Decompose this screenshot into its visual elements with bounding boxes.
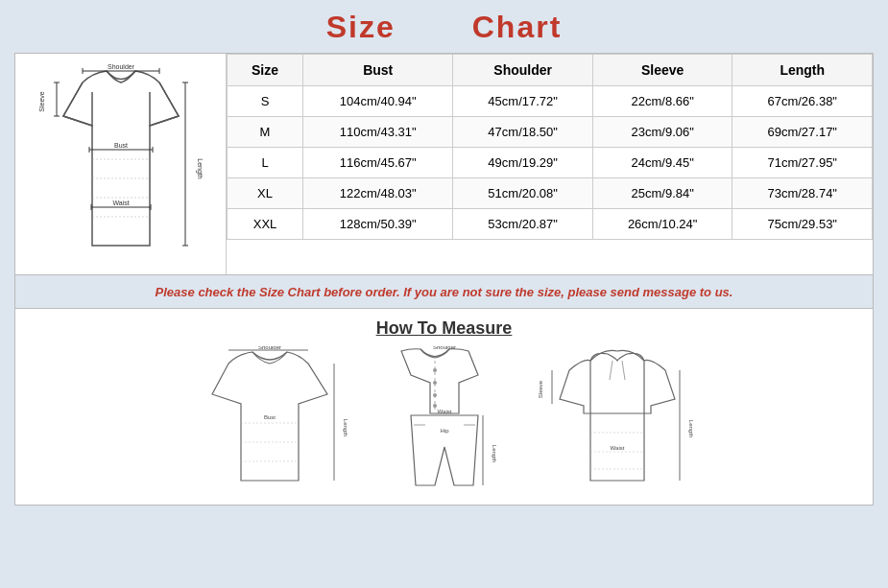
cell-length: 75cm/29.53" <box>732 209 873 240</box>
page-container: Size Chart <box>0 0 888 588</box>
svg-text:Shoulder: Shoulder <box>257 346 280 350</box>
title-row: Size Chart <box>14 10 874 45</box>
col-header-size: Size <box>228 55 303 86</box>
svg-text:Hip: Hip <box>440 428 449 434</box>
diagram-section: Shoulder Bust Waist Sleeve <box>15 54 227 274</box>
svg-text:Sleeve: Sleeve <box>538 380 543 398</box>
measure-images: Shoulder Bust Length <box>25 346 863 495</box>
table-header-row: Size Bust Shoulder Sleeve Length <box>228 55 873 86</box>
svg-text:Length: Length <box>492 445 497 462</box>
table-row: S104cm/40.94"45cm/17.72"22cm/8.66"67cm/2… <box>228 86 873 117</box>
cell-size: XXL <box>228 209 303 240</box>
svg-line-47 <box>610 361 612 380</box>
col-header-bust: Bust <box>303 55 453 86</box>
notice-bar: Please check the Size Chart before order… <box>14 275 874 309</box>
cell-shoulder: 47cm/18.50" <box>453 117 593 148</box>
svg-text:Length: Length <box>688 420 694 437</box>
cell-bust: 122cm/48.03" <box>303 178 453 209</box>
cell-sleeve: 23cm/9.06" <box>592 117 732 148</box>
measure-section: How To Measure Shoulder Bust <box>14 309 874 506</box>
cell-size: M <box>228 117 303 148</box>
svg-text:Shoulder: Shoulder <box>107 63 134 70</box>
cell-length: 71cm/27.95" <box>732 148 873 178</box>
cell-shoulder: 53cm/20.87" <box>453 209 593 240</box>
svg-text:Waist: Waist <box>437 409 451 414</box>
cell-bust: 128cm/50.39" <box>303 209 453 240</box>
svg-text:Sleeve: Sleeve <box>38 91 45 112</box>
table-row: XXL128cm/50.39"53cm/20.87"26cm/10.24"75c… <box>228 209 873 240</box>
cell-length: 69cm/27.17" <box>732 117 873 148</box>
cell-shoulder: 49cm/19.29" <box>453 148 593 178</box>
notice-text: Please check the Size Chart before order… <box>156 285 733 299</box>
svg-point-33 <box>433 368 437 372</box>
cell-size: L <box>228 148 303 178</box>
svg-text:Length: Length <box>196 158 204 179</box>
cell-bust: 110cm/43.31" <box>303 117 453 148</box>
svg-text:Bust: Bust <box>263 414 275 420</box>
title-size: Size <box>326 10 396 45</box>
main-section: Shoulder Bust Waist Sleeve <box>14 53 874 275</box>
cell-bust: 116cm/45.67" <box>303 148 453 178</box>
table-row: XL122cm/48.03"51cm/20.08"25cm/9.84"73cm/… <box>228 178 873 209</box>
cell-sleeve: 26cm/10.24" <box>592 209 732 240</box>
measure-hoodie-container: Waist Length Sleeve <box>531 346 704 495</box>
cell-size: XL <box>228 178 303 209</box>
svg-text:Bust: Bust <box>113 142 127 149</box>
cell-sleeve: 22cm/8.66" <box>592 86 732 117</box>
cell-sleeve: 25cm/9.84" <box>592 178 732 209</box>
cell-sleeve: 24cm/9.45" <box>592 148 732 178</box>
svg-line-48 <box>622 361 625 380</box>
measure-tshirt-svg: Shoulder Bust Length <box>185 346 358 495</box>
table-row: L116cm/45.67"49cm/19.29"24cm/9.45"71cm/2… <box>228 148 873 178</box>
col-header-shoulder: Shoulder <box>453 55 593 86</box>
svg-point-35 <box>433 393 437 397</box>
measure-pants-container: Waist Hip Length Shoulder <box>368 346 521 495</box>
measure-pants-svg: Waist Hip Length Shoulder <box>368 346 521 495</box>
svg-text:Waist: Waist <box>112 200 129 206</box>
svg-point-36 <box>433 404 437 408</box>
cell-length: 67cm/26.38" <box>732 86 873 117</box>
cell-shoulder: 51cm/20.08" <box>453 178 593 209</box>
col-header-sleeve: Sleeve <box>592 55 732 86</box>
cell-length: 73cm/28.74" <box>732 178 873 209</box>
svg-text:Waist: Waist <box>610 445 624 451</box>
table-row: M110cm/43.31"47cm/18.50"23cm/9.06"69cm/2… <box>228 117 873 148</box>
size-table-section: Size Bust Shoulder Sleeve Length S104cm/… <box>227 54 873 274</box>
size-table: Size Bust Shoulder Sleeve Length S104cm/… <box>227 54 873 240</box>
svg-text:Shoulder: Shoulder <box>432 346 455 350</box>
cell-size: S <box>228 86 303 117</box>
measure-hoodie-svg: Waist Length Sleeve <box>531 346 704 495</box>
measure-tshirt-container: Shoulder Bust Length <box>185 346 358 495</box>
col-header-length: Length <box>732 55 873 86</box>
cell-bust: 104cm/40.94" <box>303 86 453 117</box>
measure-title: How To Measure <box>25 318 863 339</box>
cell-shoulder: 45cm/17.72" <box>453 86 593 117</box>
title-chart: Chart <box>472 10 563 45</box>
tshirt-diagram: Shoulder Bust Waist Sleeve <box>30 63 212 265</box>
svg-point-34 <box>433 381 437 385</box>
svg-text:Length: Length <box>343 419 348 436</box>
